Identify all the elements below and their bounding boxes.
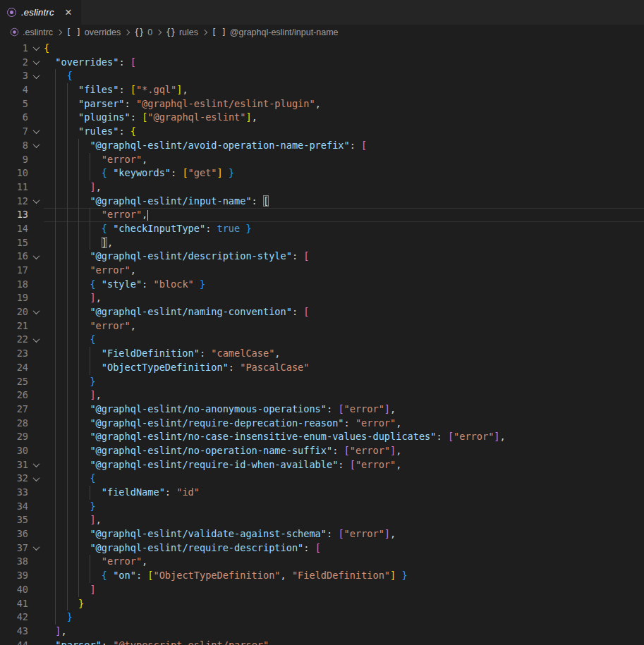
editor-line[interactable]: 40] [0,583,644,597]
editor-line[interactable]: 39{ "on": ["ObjectTypeDefinition", "Fiel… [0,569,644,583]
indent-guide [55,83,66,97]
tab-eslintrc[interactable]: .eslintrc ✕ [0,0,82,25]
editor-line[interactable]: 41} [0,597,644,611]
editor-line[interactable]: 21"error", [0,319,644,333]
indent-guide [67,458,78,472]
editor-line[interactable]: 1{ [0,42,644,56]
fold-chevron-icon[interactable] [28,139,44,153]
editor-line[interactable]: 5"parser": "@graphql-eslint/eslint-plugi… [0,97,644,111]
code-token: { [102,223,107,234]
fold-chevron-icon[interactable] [28,333,44,347]
editor-line[interactable]: 37"@graphql-eslint/require-description":… [0,541,644,555]
editor-line[interactable]: 18{ "style": "block" } [0,278,644,292]
fold-chevron-icon[interactable] [28,69,44,83]
editor-line[interactable]: 14{ "checkInputType": true } [0,222,644,236]
indent-guide [55,166,66,180]
editor-line[interactable]: 4"files": ["*.gql"], [0,83,644,97]
editor-line[interactable]: 38"error", [0,555,644,569]
editor-line[interactable]: 32{ [0,472,644,486]
editor-line[interactable]: 12"@graphql-eslint/input-name": [ [0,195,644,209]
fold-chevron-icon[interactable] [28,305,44,319]
editor-line[interactable]: 9"error", [0,153,644,167]
breadcrumb-item[interactable]: {}0 [134,27,152,37]
editor-line[interactable]: 34} [0,500,644,514]
editor-line[interactable]: 29"@graphql-eslint/no-case-insensitive-e… [0,430,644,444]
editor-line[interactable]: 6"plugins": ["@graphql-eslint"], [0,111,644,125]
breadcrumb-item[interactable]: [ ]@graphql-eslint/input-name [212,27,339,37]
editor-line[interactable]: 23"FieldDefinition": "camelCase", [0,347,644,361]
line-number: 18 [0,278,28,292]
indent-guide [67,541,78,555]
fold-chevron-icon[interactable] [28,125,44,139]
code-token: : [136,570,147,581]
fold-chevron-icon[interactable] [28,250,44,264]
editor-line[interactable]: 2"overrides": [ [0,56,644,70]
line-number: 15 [0,236,28,250]
editor-line[interactable]: 3{ [0,69,644,83]
editor-line[interactable]: 35], [0,513,644,527]
code-token: : [344,417,356,429]
editor-line[interactable]: 33"fieldName": "id" [0,486,644,500]
indent-guide [67,444,78,458]
editor-line[interactable]: 42} [0,610,644,625]
editor-line[interactable]: 19], [0,291,644,305]
code-token: [ [338,403,344,414]
indent-guide [55,264,66,278]
line-number: 31 [0,458,28,472]
code-editor[interactable]: 1{2"overrides": [3{4"files": ["*.gql"],5… [0,39,644,645]
breadcrumb-item[interactable]: .eslintrc [10,27,53,37]
editor-line[interactable]: 24"ObjectTypeDefinition": "PascalCase" [0,361,644,375]
editor-line[interactable]: 30"@graphql-eslint/no-operation-name-suf… [0,444,644,458]
editor-line[interactable]: 8"@graphql-eslint/avoid-operation-name-p… [0,139,644,153]
line-number: 2 [0,56,28,70]
indent-guide [67,166,78,180]
editor-line[interactable]: 22{ [0,333,644,347]
array-icon: [ ] [66,27,81,37]
indent-guide [78,347,90,361]
indent-guide [67,333,78,347]
fold-chevron-icon[interactable] [28,541,44,555]
close-icon[interactable]: ✕ [65,7,73,18]
code-line-text: { [44,42,644,56]
line-number: 7 [0,125,28,139]
editor-line[interactable]: 31"@graphql-eslint/require-id-when-avail… [0,458,644,472]
editor-line[interactable]: 15], [0,236,644,250]
code-token: : [292,250,303,262]
fold-spacer [28,208,44,222]
fold-chevron-icon[interactable] [28,42,44,56]
line-number: 3 [0,69,28,83]
code-token [96,278,102,290]
code-token: : [332,445,344,456]
code-token: [ [338,528,344,539]
breadcrumb-item[interactable]: {}rules [166,27,198,37]
editor-line[interactable]: 44"parser": "@typescript-eslint/parser" [0,639,644,645]
editor-line[interactable]: 11], [0,180,644,195]
editor-line[interactable]: 43], [0,625,644,639]
indent-space [44,236,55,250]
editor-line[interactable]: 13"error", [0,208,644,222]
code-token: "rules" [78,125,119,137]
editor-line[interactable]: 26], [0,388,644,403]
editor-line[interactable]: 27"@graphql-eslint/no-anonymous-operatio… [0,403,644,417]
code-token: : [338,459,349,470]
editor-line[interactable]: 7"rules": { [0,125,644,139]
fold-chevron-icon[interactable] [28,472,44,486]
indent-guide [78,527,90,541]
breadcrumb-item[interactable]: [ ]overrides [66,27,121,37]
editor-line[interactable]: 28"@graphql-eslint/require-deprecation-r… [0,417,644,431]
object-icon: {} [134,27,144,37]
editor-line[interactable]: 20"@graphql-eslint/naming-convention": [ [0,305,644,319]
fold-chevron-icon[interactable] [28,458,44,472]
fold-chevron-icon[interactable] [28,56,44,70]
code-token: : [125,98,136,109]
editor-line[interactable]: 16"@graphql-eslint/description-style": [ [0,250,644,264]
code-token: "error" [454,431,494,442]
code-token: "files" [78,84,119,95]
indent-guide [55,610,66,625]
fold-chevron-icon[interactable] [28,195,44,209]
editor-line[interactable]: 10{ "keywords": ["get"] } [0,166,644,180]
editor-line[interactable]: 36"@graphql-eslint/validate-against-sche… [0,527,644,541]
editor-line[interactable]: 17"error", [0,264,644,278]
indent-guide [55,97,66,111]
editor-line[interactable]: 25} [0,375,644,389]
